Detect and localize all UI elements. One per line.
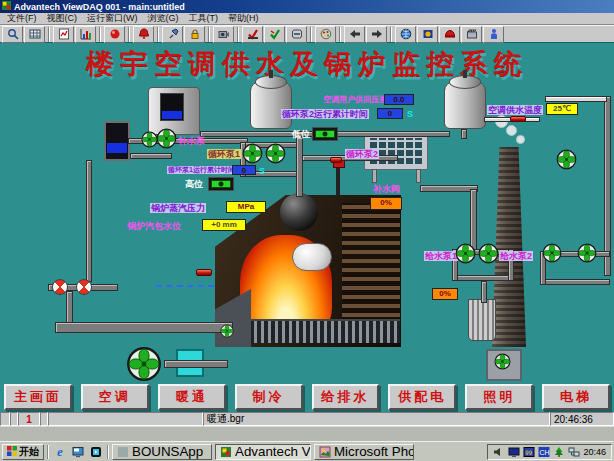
arrow-left-button[interactable] bbox=[344, 26, 365, 43]
svg-text:99: 99 bbox=[525, 448, 533, 455]
pipe bbox=[481, 281, 487, 303]
taskbar-task-1[interactable]: BOUNSApp bbox=[112, 444, 212, 460]
pump-icon bbox=[126, 346, 162, 382]
valve-icon bbox=[510, 116, 526, 122]
alarm-bell-button[interactable] bbox=[133, 26, 154, 43]
arrow-right-icon bbox=[371, 28, 383, 40]
hmi-main-title: 楼宇空调供水及锅炉监控系统 bbox=[0, 46, 614, 82]
globe-button[interactable] bbox=[395, 26, 416, 43]
nav-button-row: 主画面空调暖通制冷给排水供配电照明电梯 bbox=[4, 384, 610, 410]
pin-icon bbox=[167, 28, 179, 40]
photo-icon bbox=[319, 446, 331, 458]
diagram-label: 循环泵2运行累计时间 bbox=[281, 109, 369, 119]
pipe bbox=[164, 360, 228, 368]
cap-icon bbox=[444, 28, 456, 40]
dog-button[interactable] bbox=[417, 26, 438, 43]
menu-item-2[interactable]: 视图(C) bbox=[43, 12, 82, 25]
toolbar-separator bbox=[237, 27, 239, 42]
menu-item-4[interactable]: 浏览(G) bbox=[144, 12, 183, 25]
clapper-icon bbox=[466, 28, 478, 40]
tray-volume-icon[interactable] bbox=[493, 446, 505, 458]
menu-item-6[interactable]: 帮助(H) bbox=[224, 12, 263, 25]
tray-network-icon[interactable] bbox=[568, 446, 580, 458]
tray-input-ch-icon[interactable]: CH bbox=[538, 446, 550, 458]
globe-icon bbox=[400, 28, 412, 40]
toolbar-separator bbox=[390, 27, 392, 42]
diagram-label: 高位 bbox=[184, 179, 204, 189]
quick-launch-ie-icon[interactable]: e bbox=[52, 444, 68, 459]
zoom-button[interactable] bbox=[2, 26, 23, 43]
quick-launch-desktop-icon[interactable] bbox=[70, 444, 86, 459]
dosing-tank bbox=[104, 121, 130, 161]
diagram-label: 空调用户供回压差 bbox=[322, 95, 388, 104]
pump-icon bbox=[577, 243, 597, 263]
person-button[interactable] bbox=[483, 26, 504, 43]
diagram-label: 循环泵1运行累计时间 bbox=[167, 166, 236, 174]
pin-button[interactable] bbox=[162, 26, 183, 43]
alarm-ball-button[interactable] bbox=[104, 26, 125, 43]
app-window: Advantech ViewDAQ 001 - main:untitled 文件… bbox=[0, 0, 614, 461]
nav-button-3[interactable]: 暖通 bbox=[158, 384, 226, 410]
toolbar-separator bbox=[339, 27, 341, 42]
trend-button[interactable] bbox=[75, 26, 96, 43]
nav-button-1[interactable]: 主画面 bbox=[4, 384, 72, 410]
value-display: 25℃ bbox=[546, 103, 578, 115]
toolbar-separator bbox=[310, 27, 312, 42]
phone-button[interactable] bbox=[286, 26, 307, 43]
status-page-number: 1 bbox=[18, 412, 40, 426]
nav-button-4[interactable]: 制冷 bbox=[235, 384, 303, 410]
cooling-tower-leg bbox=[416, 169, 421, 183]
pipe bbox=[461, 129, 467, 139]
check-red-button[interactable] bbox=[242, 26, 263, 43]
viewdaq-icon bbox=[220, 446, 232, 458]
nav-button-2[interactable]: 空调 bbox=[81, 384, 149, 410]
nav-button-8[interactable]: 电梯 bbox=[542, 384, 610, 410]
nav-button-5[interactable]: 给排水 bbox=[312, 384, 380, 410]
tray-monitor-icon[interactable]: 99 bbox=[523, 446, 535, 458]
taskbar-task-3[interactable]: Microsoft Photo Editor bbox=[314, 444, 414, 460]
pipe bbox=[86, 160, 92, 282]
clapper-button[interactable] bbox=[461, 26, 482, 43]
check-green-button[interactable] bbox=[264, 26, 285, 43]
person-icon bbox=[488, 28, 500, 40]
tray-display-icon[interactable] bbox=[508, 446, 520, 458]
nav-button-7[interactable]: 照明 bbox=[465, 384, 533, 410]
diagram-label: 锅炉蒸汽压力 bbox=[150, 203, 206, 213]
steam-drum-black bbox=[280, 193, 318, 231]
nav-button-6[interactable]: 供配电 bbox=[388, 384, 456, 410]
svg-text:CH: CH bbox=[540, 449, 550, 456]
indicator-lamp-on bbox=[315, 130, 335, 138]
cap-button[interactable] bbox=[439, 26, 460, 43]
toolbar-separator bbox=[208, 27, 210, 42]
pipe bbox=[604, 96, 611, 276]
diagram-label: 锅炉汽包水位 bbox=[126, 221, 182, 231]
diagram-label: 空调供水温度 bbox=[487, 105, 543, 115]
valve-icon bbox=[330, 157, 342, 163]
pump-icon bbox=[156, 128, 177, 149]
tray-tree-icon[interactable] bbox=[553, 446, 565, 458]
menu-item-1[interactable]: 文件(F) bbox=[3, 12, 41, 25]
quick-launch: e bbox=[52, 444, 104, 459]
tray-clock[interactable]: 20:46 bbox=[583, 447, 606, 457]
taskbar-task-2[interactable]: Advantech ViewDAQ 0... bbox=[215, 444, 311, 460]
start-button[interactable]: 开始 bbox=[2, 444, 44, 460]
alarm-ball-icon bbox=[109, 28, 121, 40]
softener-tank-2 bbox=[444, 81, 486, 129]
menu-item-5[interactable]: 工具(T) bbox=[185, 12, 223, 25]
trend-icon bbox=[80, 28, 92, 40]
report-button[interactable] bbox=[53, 26, 74, 43]
menu-item-3[interactable]: 运行窗口(W) bbox=[83, 12, 142, 25]
pump-icon bbox=[556, 149, 577, 170]
status-cell bbox=[0, 412, 10, 426]
camera-button[interactable] bbox=[213, 26, 234, 43]
pump-icon bbox=[455, 243, 476, 264]
arrow-right-button[interactable] bbox=[366, 26, 387, 43]
palette-button[interactable] bbox=[315, 26, 336, 43]
quick-launch-channels-icon[interactable] bbox=[88, 444, 104, 459]
toolbar-separator bbox=[128, 27, 130, 42]
lock-button[interactable] bbox=[184, 26, 205, 43]
status-current-screen: 暖通.bgr bbox=[203, 412, 550, 426]
table-button[interactable] bbox=[24, 26, 45, 43]
system-tray: 99CH 20:46 bbox=[487, 444, 612, 460]
check-green-icon bbox=[269, 28, 281, 40]
